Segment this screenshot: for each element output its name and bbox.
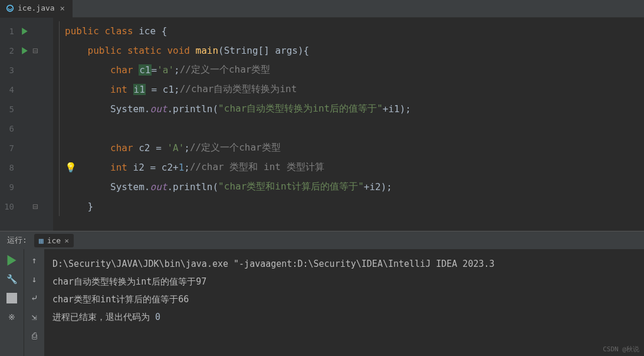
up-icon[interactable]: ↑ (29, 255, 40, 266)
fold-end-icon[interactable]: ⊟ (31, 201, 40, 212)
run-config-tab[interactable]: ▦ ice × (34, 234, 74, 247)
line-number: 10 (0, 202, 19, 211)
line-number: 8 (0, 163, 19, 172)
run-toolbar: 🔧 ※ (0, 249, 24, 356)
watermark: CSDN @秋说 (603, 345, 639, 354)
line-number: 1 (0, 27, 19, 36)
java-file-icon (6, 4, 14, 12)
soft-wrap-icon[interactable]: ⤶ (29, 293, 40, 303)
console-output[interactable]: D:\Security\JAVA\JDK\bin\java.exe "-java… (44, 249, 644, 356)
tab-filename: ice.java (18, 4, 55, 12)
gutter: 1 2⊟ 3 4 5 6 7 8💡 9 10⊟ (0, 18, 53, 231)
line-number: 5 (0, 104, 19, 114)
line-number: 6 (0, 124, 19, 133)
console-line: char自动类型转换为int后的值等于97 (52, 273, 636, 290)
run-config-name: ice (47, 236, 61, 245)
console-toolbar: ↑ ↓ ⤶ ⇲ ⎙ (24, 249, 44, 356)
down-icon[interactable]: ↓ (29, 274, 40, 285)
line-number: 9 (0, 182, 19, 192)
panel-title: 运行: (7, 235, 27, 246)
print-icon[interactable]: ⎙ (29, 331, 40, 341)
scroll-to-end-icon[interactable]: ⇲ (29, 312, 40, 322)
rerun-icon[interactable] (6, 255, 17, 266)
run-gutter-icon[interactable] (19, 47, 31, 54)
app-icon: ▦ (39, 236, 44, 245)
fold-icon[interactable]: ⊟ (31, 45, 40, 56)
console-line: D:\Security\JAVA\JDK\bin\java.exe "-java… (52, 255, 636, 273)
run-panel: 运行: ▦ ice × 🔧 ※ ↑ ↓ ⤶ ⇲ ⎙ D:\Security\JA… (0, 231, 644, 356)
editor-area: 1 2⊟ 3 4 5 6 7 8💡 9 10⊟ public class ice… (0, 18, 644, 231)
console-line: char类型和int计算后的值等于66 (52, 290, 636, 308)
panel-body: 🔧 ※ ↑ ↓ ⤶ ⇲ ⎙ D:\Security\JAVA\JDK\bin\j… (0, 249, 644, 356)
stop-icon[interactable] (6, 293, 17, 303)
file-tab[interactable]: ice.java × (0, 0, 73, 18)
code-editor[interactable]: public class ice { public static void ma… (53, 18, 644, 231)
line-number: 4 (0, 85, 19, 94)
run-gutter-icon[interactable] (19, 28, 31, 35)
close-icon[interactable]: × (64, 236, 69, 245)
line-number: 7 (0, 143, 19, 153)
svg-rect-1 (6, 293, 17, 303)
wrench-icon[interactable]: 🔧 (6, 274, 17, 285)
tab-bar: ice.java × (0, 0, 644, 18)
console-line: 进程已结束，退出代码为 0 (52, 308, 636, 326)
tab-close-icon[interactable]: × (58, 4, 67, 13)
svg-point-0 (7, 5, 14, 11)
panel-header: 运行: ▦ ice × (0, 231, 644, 249)
line-number: 3 (0, 66, 19, 75)
line-number: 2 (0, 46, 19, 55)
bug-icon[interactable]: ※ (6, 312, 17, 322)
